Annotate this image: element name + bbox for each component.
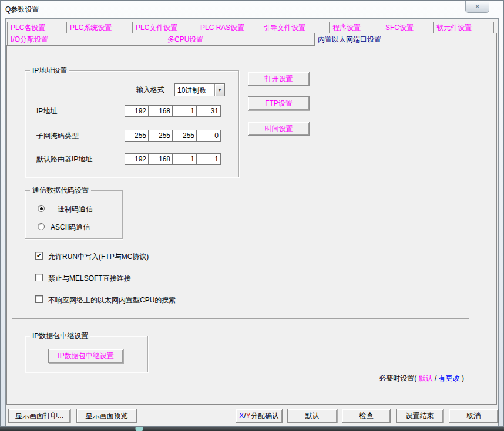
xy-y-letter: Y [246,412,251,420]
ip-packet-relay-button[interactable]: IP数据包中继设置 [48,349,123,363]
ftp-settings-button[interactable]: FTP设置 [248,96,310,110]
tab-row1-end-divider [493,22,494,33]
check-button[interactable]: 检查 [342,409,391,423]
close-button[interactable]: ✕ [465,1,489,13]
tab-plc-name[interactable]: PLC名设置 [7,22,66,33]
subnet-mask-input: 255 255 255 0 [125,130,221,142]
tab-plc-file[interactable]: PLC文件设置 [132,22,197,33]
checkbox-allow-run-write-label[interactable]: 允许RUN中写入(FTP与MC协议) [48,252,149,262]
subnet-octet-1[interactable]: 255 [125,130,149,142]
background-app-strip [0,427,504,431]
dialog-q-parameter-setting: Q参数设置 ✕ PLC名设置 PLC系统设置 PLC文件设置 PLC RAS设置… [0,0,504,427]
input-format-select[interactable]: 10进制数 ▼ [174,83,225,96]
dialog-client-area: PLC名设置 PLC系统设置 PLC文件设置 PLC RAS设置 引导文件设置 … [5,18,499,426]
subnet-octet-3[interactable]: 255 [173,130,197,142]
tab-plc-system[interactable]: PLC系统设置 [66,22,132,33]
radio-binary-label[interactable]: 二进制码通信 [51,204,93,214]
section-divider [12,318,469,319]
ip-octet-2[interactable]: 168 [149,105,173,117]
print-screen-button[interactable]: 显示画面打印... [8,409,70,423]
close-icon: ✕ [475,3,480,11]
router-octet-2[interactable]: 168 [149,153,173,165]
ip-octet-1[interactable]: 192 [125,105,149,117]
radio-ascii-code[interactable] [38,223,45,230]
xy-assignment-confirm-button[interactable]: X/Y分配确认 [236,409,283,423]
subnet-octet-4[interactable]: 0 [197,130,221,142]
checkbox-disable-melsoft-label[interactable]: 禁止与MELSOFT直接连接 [48,274,131,284]
chevron-down-icon[interactable]: ▼ [214,84,224,96]
checkbox-no-search-response[interactable] [35,295,43,303]
checkbox-no-search-response-label[interactable]: 不响应网络上的以太网内置型CPU的搜索 [48,295,176,305]
radio-ascii-label[interactable]: ASCII码通信 [51,223,90,233]
open-settings-button[interactable]: 打开设置 [248,72,310,86]
checkbox-allow-run-write[interactable]: ✔ [35,252,43,260]
tab-boot-file[interactable]: 引导文件设置 [260,22,329,33]
input-format-value: 10进制数 [175,84,214,96]
note-separator: / [435,374,436,382]
default-router-input: 192 168 1 1 [125,153,221,165]
note-default: 默认 [419,374,433,382]
xy-x-letter: X [239,412,244,420]
group-ip-title: IP地址设置 [30,66,69,75]
router-octet-1[interactable]: 192 [125,153,149,165]
time-settings-button[interactable]: 时间设置 [248,122,310,136]
group-comm-title: 通信数据代码设置 [30,186,91,194]
xy-rest: 分配确认 [251,411,279,421]
ip-octet-4[interactable]: 31 [197,105,221,117]
subnet-octet-2[interactable]: 255 [149,130,173,142]
tab-sfc[interactable]: SFC设置 [382,22,433,33]
ip-address-label: IP地址 [36,105,57,117]
dialog-title: Q参数设置 [5,5,39,15]
preview-screen-button[interactable]: 显示画面预览 [76,409,137,423]
tab-multi-cpu[interactable]: 多CPU设置 [164,33,314,45]
router-octet-3[interactable]: 1 [173,153,197,165]
default-button[interactable]: 默认 [287,409,337,423]
ip-octet-3[interactable]: 1 [173,105,197,117]
cancel-button[interactable]: 取消 [449,409,498,423]
tab-plc-ras[interactable]: PLC RAS设置 [197,22,260,33]
finish-setting-button[interactable]: 设置结束 [396,409,443,423]
note-changed: 有更改 [439,374,460,382]
default-router-label: 默认路由器IP地址 [36,153,92,165]
note-prefix: 必要时设置( [379,374,416,382]
tab-program[interactable]: 程序设置 [329,22,382,33]
tab-built-in-ethernet[interactable]: 内置以太网端口设置 [314,33,497,46]
tab-device[interactable]: 软元件设置 [433,22,493,33]
router-octet-4[interactable]: 1 [197,153,221,165]
input-format-label: 输入格式 [136,84,164,96]
note-suffix: ) [462,374,464,382]
required-setting-note: 必要时设置( 默认 / 有更改 ) [379,373,464,383]
radio-binary-code[interactable] [38,205,45,212]
group-relay-title: IP数据包中继设置 [30,332,90,340]
checkbox-disable-melsoft[interactable] [35,274,43,281]
subnet-mask-label: 子网掩码类型 [36,130,79,142]
tab-io-assignment[interactable]: I/O分配设置 [7,33,164,45]
ip-address-input: 192 168 1 31 [125,105,221,117]
